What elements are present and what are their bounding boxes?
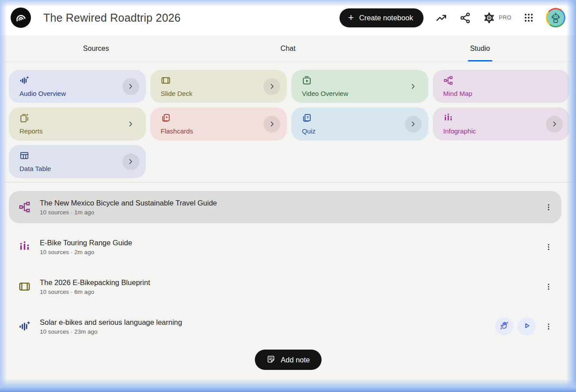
trending-icon[interactable] bbox=[435, 12, 447, 24]
mind-map-icon bbox=[443, 76, 453, 85]
flashcards-icon bbox=[161, 113, 171, 123]
chevron-right-icon[interactable] bbox=[546, 116, 563, 133]
chevron-right-icon[interactable] bbox=[263, 116, 280, 133]
chevron-right-icon[interactable] bbox=[405, 116, 422, 133]
chevron-right-icon[interactable] bbox=[122, 78, 139, 95]
add-note-button[interactable]: Add note bbox=[255, 350, 321, 370]
slide-deck-icon bbox=[19, 281, 31, 293]
header-actions: + Create notebook bbox=[339, 8, 565, 27]
studio-card-label: Audio Overview bbox=[19, 90, 66, 97]
studio-card-reports[interactable]: Reports bbox=[9, 107, 146, 141]
artifact-title: The New Mexico Bicycle and Sustainable T… bbox=[40, 199, 217, 207]
tab-bar: Sources Chat Studio bbox=[0, 35, 576, 62]
more-options-button[interactable] bbox=[542, 238, 555, 256]
more-options-button[interactable] bbox=[542, 198, 555, 216]
more-options-button[interactable] bbox=[542, 318, 555, 335]
pro-badge: PRO bbox=[499, 15, 511, 21]
studio-card-grid: Audio Overview Slide Deck bbox=[9, 70, 569, 178]
audio-waveform-sparkle-icon bbox=[19, 320, 31, 332]
studio-card-flashcards[interactable]: Flashcards bbox=[150, 107, 287, 141]
studio-card-mind-map[interactable]: Mind Map bbox=[433, 70, 570, 103]
notebooklm-logo-icon[interactable] bbox=[11, 8, 31, 28]
artifact-row-audio-overview[interactable]: Solar e-bikes and serious language learn… bbox=[9, 310, 561, 343]
create-notebook-label: Create notebook bbox=[359, 14, 413, 22]
plus-icon: + bbox=[348, 13, 354, 23]
audio-waveform-sparkle-icon bbox=[19, 76, 29, 85]
create-notebook-button[interactable]: + Create notebook bbox=[339, 8, 424, 27]
section-divider bbox=[0, 182, 576, 183]
notebooklm-studio-page: The Rewired Roadtrip 2026 + Create noteb… bbox=[0, 0, 576, 392]
active-tab-underline bbox=[468, 60, 492, 61]
quiz-icon: ? bbox=[302, 113, 312, 123]
studio-card-quiz[interactable]: ? Quiz bbox=[291, 107, 428, 141]
artifact-list: The New Mexico Bicycle and Sustainable T… bbox=[9, 191, 561, 350]
studio-card-label: Flashcards bbox=[161, 127, 193, 135]
artifact-meta: 10 sources · 2m ago bbox=[40, 249, 132, 255]
artifact-title: E-Bike Touring Range Guide bbox=[40, 239, 132, 247]
artifact-meta: 10 sources · 1m ago bbox=[40, 209, 217, 216]
studio-card-infographic[interactable]: Infographic bbox=[433, 107, 570, 141]
studio-card-audio-overview[interactable]: Audio Overview bbox=[9, 70, 146, 103]
slide-deck-icon bbox=[161, 76, 171, 85]
artifact-title: The 2026 E-Bikepacking Blueprint bbox=[40, 278, 150, 287]
artifact-row-slide-deck[interactable]: The 2026 E-Bikepacking Blueprint 10 sour… bbox=[9, 270, 561, 303]
studio-card-label: Mind Map bbox=[443, 90, 473, 97]
artifact-meta: 10 sources · 6m ago bbox=[40, 289, 150, 295]
more-options-button[interactable] bbox=[542, 278, 555, 296]
studio-card-label: Reports bbox=[19, 127, 43, 135]
chevron-right-icon[interactable] bbox=[263, 78, 280, 95]
hand-wave-icon bbox=[500, 321, 509, 332]
studio-card-label: Infographic bbox=[443, 127, 476, 135]
infographic-icon bbox=[443, 113, 453, 123]
svg-text:?: ? bbox=[306, 115, 309, 120]
reports-icon bbox=[19, 113, 29, 123]
studio-card-label: Quiz bbox=[302, 127, 316, 135]
settings-group: PRO bbox=[483, 12, 511, 24]
artifact-row-infographic[interactable]: E-Bike Touring Range Guide 10 sources · … bbox=[9, 231, 561, 263]
studio-card-label: Data Table bbox=[19, 165, 51, 172]
interactive-mode-button[interactable] bbox=[495, 317, 513, 335]
artifact-meta: 10 sources · 23m ago bbox=[40, 328, 182, 335]
studio-card-label: Video Overview bbox=[302, 90, 348, 97]
add-note-label: Add note bbox=[281, 356, 310, 364]
tab-sources[interactable]: Sources bbox=[0, 35, 192, 61]
tab-studio[interactable]: Studio bbox=[384, 35, 576, 61]
page-title[interactable]: The Rewired Roadtrip 2026 bbox=[43, 11, 181, 24]
edge-glow-bottom bbox=[0, 379, 576, 392]
avatar-robot-image bbox=[547, 9, 564, 26]
play-button[interactable] bbox=[518, 317, 536, 335]
video-overview-icon bbox=[302, 76, 312, 85]
studio-card-label: Slide Deck bbox=[161, 90, 193, 97]
header: The Rewired Roadtrip 2026 + Create noteb… bbox=[0, 0, 576, 35]
note-icon bbox=[266, 354, 275, 365]
artifact-title: Solar e-bikes and serious language learn… bbox=[40, 318, 182, 327]
avatar[interactable] bbox=[546, 8, 565, 27]
tab-chat-label: Chat bbox=[281, 45, 296, 53]
share-icon[interactable] bbox=[459, 12, 471, 24]
infographic-icon bbox=[19, 241, 31, 253]
settings-gear-icon[interactable] bbox=[483, 12, 495, 24]
tab-sources-label: Sources bbox=[83, 45, 109, 53]
studio-card-data-table[interactable]: Data Table bbox=[9, 145, 146, 178]
tab-chat[interactable]: Chat bbox=[192, 35, 384, 61]
studio-card-video-overview[interactable]: Video Overview bbox=[291, 70, 428, 103]
chevron-right-icon[interactable] bbox=[122, 153, 139, 170]
data-table-icon bbox=[19, 151, 29, 160]
mind-map-icon bbox=[19, 201, 31, 213]
chevron-right-icon[interactable] bbox=[122, 116, 139, 133]
artifact-row-mind-map[interactable]: The New Mexico Bicycle and Sustainable T… bbox=[9, 191, 561, 223]
studio-card-slide-deck[interactable]: Slide Deck bbox=[150, 70, 287, 103]
play-icon bbox=[522, 321, 532, 332]
chevron-right-icon[interactable] bbox=[405, 78, 422, 95]
apps-grid-icon[interactable] bbox=[523, 12, 534, 23]
tab-studio-label: Studio bbox=[470, 45, 490, 53]
